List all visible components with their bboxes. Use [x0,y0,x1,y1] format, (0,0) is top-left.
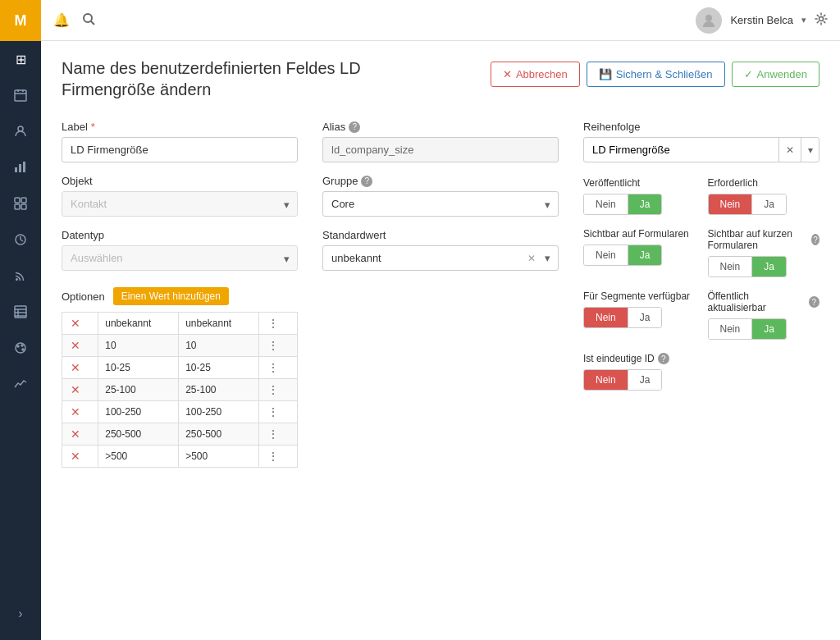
sidebar-item-expand[interactable]: › [0,596,41,632]
add-option-button[interactable]: Einen Wert hinzufügen [113,287,229,305]
segmente-ja-btn[interactable]: Ja [628,308,662,327]
reihenfolge-clear-btn[interactable]: ✕ [778,137,801,162]
reihenfolge-group: Reihenfolge ✕ ▾ [583,121,819,162]
sidebar-item-table[interactable] [0,294,41,330]
sidebar-item-clock[interactable] [0,222,41,258]
svg-point-22 [17,345,19,347]
veroeffentlicht-nein-btn[interactable]: Nein [584,194,628,214]
option-col2[interactable]: 100-250 [179,401,259,423]
svg-rect-10 [15,204,20,209]
option-menu-btn[interactable]: ⋮ [266,383,281,396]
delete-option-btn[interactable]: ✕ [69,450,82,463]
standardwert-clear-btn[interactable]: ✕ [527,253,536,264]
segmente-nein-btn[interactable]: Nein [584,308,628,327]
option-col2[interactable]: unbekannt [179,313,259,335]
gruppe-select[interactable]: Core [322,191,559,217]
reihenfolge-dropdown-btn[interactable]: ▾ [801,137,819,162]
option-col2[interactable]: 10-25 [179,357,259,379]
gruppe-select-wrapper: Core [322,191,559,217]
option-col2[interactable]: >500 [179,446,259,468]
option-col1[interactable]: 100-250 [98,401,179,423]
save-close-button[interactable]: 💾 Sichern & Schließen [587,62,725,87]
apply-button[interactable]: ✓ Anwenden [732,62,819,87]
page-title: Name des benutzerdefinierten Feldes LD F… [62,57,361,100]
bell-icon[interactable]: 🔔 [53,12,70,28]
standardwert-group: Standardwert ✕ ▾ [322,229,559,271]
sichtbar-formulare-nein-btn[interactable]: Nein [584,245,628,265]
sidebar-item-palette[interactable] [0,330,41,366]
delete-option-btn[interactable]: ✕ [69,361,82,374]
col3: Reihenfolge ✕ ▾ Veröffentlicht [583,121,819,468]
header-actions: ✕ Abbrechen 💾 Sichern & Schließen ✓ Anwe… [491,62,819,87]
delete-option-btn[interactable]: ✕ [69,317,82,330]
delete-option-btn[interactable]: ✕ [69,383,82,396]
option-menu-btn[interactable]: ⋮ [266,361,281,374]
cancel-button[interactable]: ✕ Abbrechen [491,62,580,87]
sidebar-item-rss[interactable] [0,258,41,294]
sichtbar-formulare-ja-btn[interactable]: Ja [628,245,662,265]
user-dropdown-icon[interactable]: ▾ [801,15,806,25]
eindeutige-id-help-icon[interactable]: ? [658,353,669,364]
sidebar-item-analytics[interactable] [0,366,41,402]
erforderlich-nein-btn[interactable]: Nein [709,194,753,214]
sichtbar-kurze-toggle: Nein Ja [708,256,787,277]
sidebar-item-puzzle[interactable] [0,185,41,222]
datentyp-select[interactable]: Auswählen [62,245,298,271]
objekt-select[interactable]: Kontakt [62,191,298,217]
alias-input[interactable] [322,137,559,162]
sidebar-item-contacts[interactable] [0,113,41,149]
standardwert-dropdown-btn[interactable]: ▾ [545,252,550,264]
delete-option-btn[interactable]: ✕ [69,427,82,441]
app-logo[interactable]: M [0,0,41,41]
erforderlich-toggle: Nein Ja [708,194,787,215]
veroeffentlicht-label: Veröffentlicht [583,177,696,189]
option-col1[interactable]: 250-500 [98,423,179,446]
sichtbar-kurze-help-icon[interactable]: ? [811,234,819,245]
option-menu-btn[interactable]: ⋮ [266,427,281,441]
option-col1[interactable]: 10 [98,335,179,357]
sichtbar-kurze-ja-btn[interactable]: Ja [752,257,786,277]
user-name[interactable]: Kerstin Belca [730,14,793,26]
gear-icon[interactable] [815,12,828,29]
svg-line-26 [91,21,94,25]
option-col2[interactable]: 10 [179,335,259,357]
option-menu-btn[interactable]: ⋮ [266,339,281,352]
gruppe-help-icon[interactable]: ? [361,176,372,187]
eindeutige-id-nein-btn[interactable]: Nein [584,370,628,390]
eindeutige-id-ja-btn[interactable]: Ja [628,370,662,390]
option-col1[interactable]: 25-100 [98,379,179,401]
veroeffentlicht-ja-btn[interactable]: Ja [628,194,662,214]
oeffentlich-help-icon[interactable]: ? [809,296,819,308]
option-col1[interactable]: >500 [98,446,179,468]
option-col1[interactable]: 10-25 [98,357,179,379]
table-row: ✕ 10 10 ⋮ [62,335,298,357]
option-menu-btn[interactable]: ⋮ [266,317,281,330]
sidebar-item-calendar[interactable] [0,77,41,113]
svg-rect-8 [15,198,20,203]
delete-option-btn[interactable]: ✕ [69,339,82,352]
option-col2[interactable]: 25-100 [179,379,259,401]
options-label: Optionen [62,290,105,303]
svg-line-14 [21,240,23,241]
oeffentlich-ja-btn[interactable]: Ja [752,319,786,339]
alias-help-icon[interactable]: ? [349,121,360,133]
svg-rect-5 [15,167,17,172]
standardwert-input-wrapper: ✕ ▾ [322,245,559,271]
search-icon[interactable] [82,12,95,29]
erforderlich-ja-btn[interactable]: Ja [752,194,786,214]
oeffentlich-nein-btn[interactable]: Nein [709,319,753,339]
page-header: Name des benutzerdefinierten Feldes LD F… [62,57,819,100]
delete-option-btn[interactable]: ✕ [69,405,82,418]
erforderlich-toggle-group: Erforderlich Nein Ja [708,177,820,215]
option-menu-btn[interactable]: ⋮ [266,450,281,463]
col1: Label * Objekt Kontakt Daten [62,121,298,468]
sidebar-item-dashboard[interactable]: ⊞ [0,41,41,77]
avatar [696,7,722,34]
sidebar-item-charts[interactable] [0,149,41,185]
label-input[interactable] [62,137,298,162]
option-col1[interactable]: unbekannt [98,313,179,335]
option-col2[interactable]: 250-500 [179,423,259,446]
sichtbar-kurze-nein-btn[interactable]: Nein [709,257,753,277]
standardwert-input[interactable] [322,245,559,271]
option-menu-btn[interactable]: ⋮ [266,405,281,418]
